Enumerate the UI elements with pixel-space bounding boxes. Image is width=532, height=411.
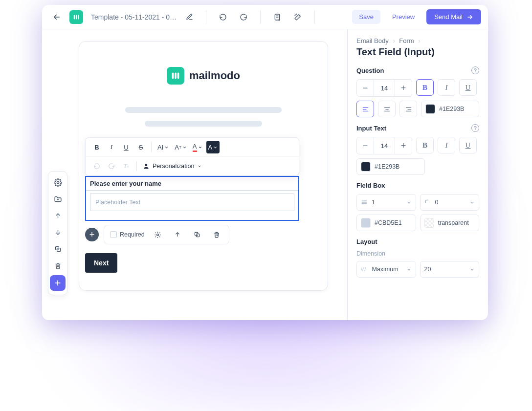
divider bbox=[260, 10, 261, 24]
undo-icon[interactable] bbox=[215, 9, 231, 25]
add-folder-icon[interactable] bbox=[51, 192, 65, 206]
svg-rect-8 bbox=[175, 73, 177, 79]
height-value: 20 bbox=[424, 266, 431, 273]
required-toggle[interactable]: Required bbox=[110, 231, 145, 238]
magic-wand-icon[interactable] bbox=[290, 9, 306, 25]
input-text-section-label: Input Text bbox=[356, 125, 386, 132]
save-button[interactable]: Save bbox=[352, 10, 380, 24]
brand-logo-icon bbox=[167, 67, 184, 85]
personalization-dropdown[interactable]: Personalization bbox=[141, 163, 204, 170]
field-copy-icon[interactable] bbox=[191, 228, 203, 241]
border-width-select[interactable]: 1 bbox=[356, 194, 416, 211]
border-radius-value: 0 bbox=[435, 199, 439, 206]
decrement-icon[interactable]: − bbox=[357, 137, 374, 154]
delete-block-icon[interactable] bbox=[51, 259, 65, 272]
increment-icon[interactable]: + bbox=[395, 80, 412, 96]
notes-icon[interactable] bbox=[269, 9, 285, 25]
crumb-form[interactable]: Form bbox=[399, 37, 414, 44]
personalization-label: Personalization bbox=[153, 163, 194, 170]
add-field-button[interactable]: + bbox=[85, 228, 99, 241]
brand-name: mailmodo bbox=[189, 69, 240, 82]
text-toolbar: B I U S AI AT A A Tx bbox=[85, 137, 299, 176]
help-icon[interactable]: ? bbox=[471, 124, 479, 132]
svg-rect-0 bbox=[74, 15, 75, 19]
panel-title: Text Field (Input) bbox=[356, 46, 479, 58]
svg-rect-9 bbox=[177, 73, 179, 79]
send-mail-button[interactable]: Send Mail bbox=[426, 9, 481, 24]
preview-button[interactable]: Preview bbox=[385, 10, 421, 24]
divider bbox=[206, 10, 206, 24]
border-color-input[interactable]: #CBD5E1 bbox=[356, 215, 416, 231]
question-italic-button[interactable]: I bbox=[438, 79, 455, 96]
breadcrumb: Email Body › Form › bbox=[356, 37, 479, 44]
question-font-size: 14 bbox=[374, 80, 395, 96]
toolbar-undo-icon[interactable] bbox=[90, 160, 103, 173]
font-family-dropdown[interactable]: AI bbox=[155, 141, 171, 153]
checkbox-icon bbox=[110, 231, 117, 238]
field-delete-icon[interactable] bbox=[210, 228, 223, 241]
edit-name-icon[interactable] bbox=[181, 9, 197, 25]
clear-format-icon[interactable]: Tx bbox=[120, 160, 133, 173]
next-button[interactable]: Next bbox=[85, 253, 117, 273]
field-settings-icon[interactable] bbox=[152, 228, 164, 241]
input-font-size-stepper[interactable]: − 14 + bbox=[356, 137, 412, 154]
app-logo-icon bbox=[69, 10, 83, 24]
input-bold-button[interactable]: B bbox=[416, 137, 434, 153]
field-placeholder[interactable]: Placeholder Text bbox=[90, 194, 294, 211]
increment-icon[interactable]: + bbox=[395, 137, 412, 154]
svg-point-4 bbox=[57, 181, 59, 183]
transparent-swatch-icon bbox=[424, 218, 434, 228]
bg-color-dropdown[interactable]: A bbox=[206, 141, 220, 153]
italic-icon[interactable]: I bbox=[105, 141, 118, 153]
question-section-label: Question bbox=[356, 67, 384, 74]
decrement-icon[interactable]: − bbox=[357, 80, 374, 96]
move-up-icon[interactable] bbox=[51, 209, 65, 222]
back-arrow-icon[interactable] bbox=[49, 9, 65, 25]
send-mail-label: Send Mail bbox=[434, 13, 463, 21]
question-bold-button[interactable]: B bbox=[416, 79, 434, 96]
person-icon bbox=[143, 163, 150, 170]
border-lines-icon bbox=[361, 199, 368, 206]
input-underline-button[interactable]: U bbox=[459, 137, 477, 153]
input-color-input[interactable]: #1E293B bbox=[356, 158, 425, 175]
underline-icon[interactable]: U bbox=[120, 141, 133, 153]
settings-icon[interactable] bbox=[51, 175, 65, 189]
border-radius-select[interactable]: 0 bbox=[420, 194, 480, 211]
color-swatch bbox=[361, 218, 371, 228]
text-color-dropdown[interactable]: A bbox=[191, 141, 204, 153]
question-color-input[interactable]: #1E293B bbox=[421, 101, 479, 117]
canvas-area: mailmodo B I U S AI AT A A bbox=[42, 29, 347, 320]
strikethrough-icon[interactable]: S bbox=[134, 141, 147, 153]
move-down-icon[interactable] bbox=[51, 225, 65, 239]
bg-color-input[interactable]: transparent bbox=[420, 215, 480, 231]
font-size-dropdown[interactable]: AT bbox=[173, 141, 189, 153]
align-right-icon[interactable] bbox=[399, 101, 417, 117]
chevron-down-icon bbox=[197, 164, 202, 169]
align-center-icon[interactable] bbox=[378, 101, 396, 117]
align-left-icon[interactable] bbox=[356, 101, 374, 117]
height-select[interactable]: 20 bbox=[420, 261, 480, 278]
bold-icon[interactable]: B bbox=[90, 141, 103, 153]
block-sidebar bbox=[48, 171, 67, 295]
border-width-value: 1 bbox=[372, 199, 375, 206]
question-font-size-stepper[interactable]: − 14 + bbox=[356, 79, 412, 97]
field-question[interactable]: Please enter your name bbox=[86, 177, 298, 191]
add-block-button[interactable] bbox=[50, 275, 66, 291]
input-italic-button[interactable]: I bbox=[438, 137, 455, 153]
template-name[interactable]: Template - 05-11-2021 - 0… bbox=[91, 13, 177, 21]
width-mode-value: Maximum bbox=[372, 266, 398, 273]
text-field-block[interactable]: Please enter your name Placeholder Text bbox=[85, 176, 299, 221]
placeholder-line bbox=[125, 107, 282, 113]
svg-rect-7 bbox=[172, 73, 174, 79]
top-bar: Template - 05-11-2021 - 0… Save Preview … bbox=[42, 5, 488, 29]
toolbar-redo-icon[interactable] bbox=[105, 160, 118, 173]
crumb-email-body[interactable]: Email Body bbox=[356, 37, 389, 44]
placeholder-line bbox=[145, 121, 262, 127]
field-move-up-icon[interactable] bbox=[171, 228, 184, 241]
question-underline-button[interactable]: U bbox=[459, 79, 477, 96]
input-font-size: 14 bbox=[374, 137, 395, 154]
redo-icon[interactable] bbox=[236, 9, 251, 25]
width-mode-select[interactable]: W Maximum bbox=[356, 261, 416, 278]
help-icon[interactable]: ? bbox=[471, 66, 479, 74]
copy-block-icon[interactable] bbox=[51, 242, 65, 256]
